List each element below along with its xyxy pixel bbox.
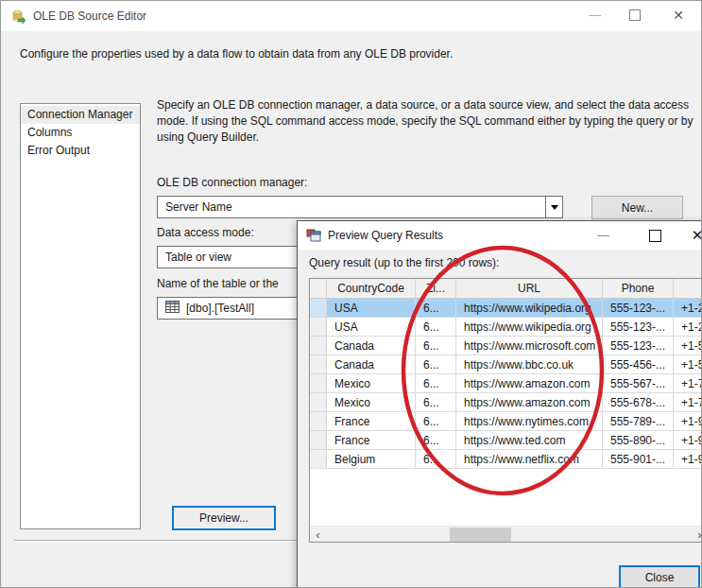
table-row[interactable]: Canada6...https://www.microsoft.com555-1… [310, 337, 702, 355]
table-cell[interactable]: 6... [416, 374, 456, 392]
sidebar-item-columns[interactable]: Columns [21, 124, 140, 142]
table-cell[interactable]: Canada [327, 355, 416, 373]
table-cell[interactable]: +1-90 [674, 450, 702, 468]
table-cell[interactable]: 6... [416, 299, 456, 317]
new-connection-button[interactable]: New... [591, 196, 683, 219]
row-header-cell[interactable] [310, 299, 327, 317]
table-cell[interactable]: https://www.microsoft.com [456, 337, 603, 355]
close-icon[interactable]: ✕ [683, 221, 702, 250]
row-header-cell[interactable] [310, 431, 327, 449]
table-cell[interactable]: https://www.amazon.com [456, 393, 603, 411]
column-header[interactable]: Zi... [416, 279, 456, 298]
close-icon[interactable]: ✕ [664, 1, 693, 29]
dialog-description: Configure the properties used by a data … [20, 47, 686, 61]
table-cell[interactable]: +1-23 [674, 318, 702, 336]
table-cell[interactable]: +1-78 [674, 374, 702, 392]
table-row[interactable]: Mexico6...https://www.amazon.com555-678-… [310, 393, 702, 412]
horizontal-scrollbar[interactable]: ‹ › [310, 526, 702, 542]
table-cell[interactable]: +1-23 [674, 299, 702, 317]
sidebar-item-connection-manager[interactable]: Connection Manager [21, 106, 140, 124]
table-cell[interactable]: 6... [416, 450, 456, 468]
minimize-icon[interactable] [580, 1, 608, 29]
maximize-icon[interactable] [641, 221, 669, 250]
table-cell[interactable]: 555-890-... [603, 431, 674, 449]
main-dialog-title: OLE DB Source Editor [33, 9, 146, 23]
connection-manager-label: OLE DB connection manager: [157, 176, 307, 189]
table-cell[interactable]: USA [327, 318, 416, 336]
table-cell[interactable]: Mexico [327, 393, 416, 411]
row-header-cell[interactable] [310, 450, 327, 468]
row-header-cell[interactable] [310, 374, 327, 392]
scroll-right-icon[interactable]: › [692, 527, 702, 543]
table-row[interactable]: USA6...https://www.wikipedia.org555-123-… [310, 299, 702, 318]
table-name-label: Name of the table or the [157, 277, 279, 290]
table-cell[interactable]: 555-123-... [603, 337, 674, 355]
chevron-down-icon[interactable] [545, 197, 562, 217]
query-result-label: Query result (up to the first 200 rows): [309, 256, 499, 269]
close-button[interactable]: Close [619, 565, 700, 588]
sidebar-item-error-output[interactable]: Error Output [21, 142, 140, 160]
table-cell[interactable]: 555-456-... [603, 355, 674, 373]
table-cell[interactable]: https://www.ted.com [456, 431, 603, 449]
preview-titlebar: Preview Query Results ✕ [298, 221, 702, 250]
table-row[interactable]: France6...https://www.nytimes.com555-789… [310, 412, 702, 431]
table-cell[interactable]: Belgium [327, 450, 416, 468]
table-row[interactable]: France6...https://www.ted.com555-890-...… [310, 431, 702, 450]
table-cell[interactable]: France [327, 412, 416, 430]
scroll-left-icon[interactable]: ‹ [310, 527, 326, 543]
table-row[interactable]: Canada6...https://www.bbc.co.uk555-456-.… [310, 355, 702, 374]
column-header[interactable]: Phone [603, 279, 674, 298]
table-cell[interactable]: https://www.wikipedia.org [456, 318, 603, 336]
table-cell[interactable]: 555-901-... [603, 450, 674, 468]
table-cell[interactable]: 555-123-... [603, 299, 674, 317]
connection-manager-value: Server Name [158, 200, 545, 214]
table-name-value: [dbo].[TestAll] [186, 302, 254, 315]
table-cell[interactable]: +1-78 [674, 393, 702, 411]
form-window-icon [306, 228, 321, 243]
table-cell[interactable]: 6... [416, 412, 456, 430]
table-cell[interactable]: France [327, 431, 416, 449]
minimize-icon[interactable] [589, 221, 617, 250]
table-cell[interactable]: https://www.bbc.co.uk [456, 355, 603, 373]
table-cell[interactable]: +1-56 [674, 337, 702, 355]
table-cell[interactable]: 6... [416, 393, 456, 411]
table-cell[interactable]: +1-90 [674, 412, 702, 430]
panel-help-text: Specify an OLE DB connection manager, a … [157, 97, 702, 146]
table-cell[interactable]: 555-789-... [603, 412, 674, 430]
table-cell[interactable]: +1-90 [674, 431, 702, 449]
table-cell[interactable]: 555-567-... [603, 374, 674, 392]
row-header-cell[interactable] [310, 337, 327, 355]
row-header-cell[interactable] [310, 393, 327, 411]
row-header-cell[interactable] [310, 318, 327, 336]
scrollbar-thumb[interactable] [450, 527, 511, 542]
row-header-cell[interactable] [310, 412, 327, 430]
table-cell[interactable]: 6... [416, 355, 456, 373]
table-cell[interactable]: 6... [416, 337, 456, 355]
table-row[interactable]: USA6...https://www.wikipedia.org555-123-… [310, 318, 702, 337]
table-cell[interactable]: 555-678-... [603, 393, 674, 411]
preview-button[interactable]: Preview... [172, 506, 276, 530]
table-cell[interactable]: USA [327, 299, 416, 317]
database-icon [10, 9, 26, 24]
row-header-cell[interactable] [310, 355, 327, 373]
table-cell[interactable]: https://www.nytimes.com [456, 412, 603, 430]
column-header[interactable]: CountryCode [327, 279, 416, 298]
maximize-icon[interactable] [621, 1, 649, 29]
table-cell[interactable]: Mexico [327, 374, 416, 392]
table-grid-icon [165, 301, 180, 316]
results-grid: CountryCodeZi...URLPhoneUSP USA6...https… [309, 278, 702, 543]
table-row[interactable]: Belgium6...https://www.netflix.com555-90… [310, 450, 702, 469]
table-cell[interactable]: Canada [327, 337, 416, 355]
table-cell[interactable]: 6... [416, 318, 456, 336]
column-header[interactable]: USP [674, 279, 702, 298]
table-cell[interactable]: 555-123-... [603, 318, 674, 336]
column-header[interactable]: URL [456, 279, 603, 298]
table-cell[interactable]: https://www.amazon.com [456, 374, 603, 392]
table-cell[interactable]: +1-56 [674, 355, 702, 373]
table-cell[interactable]: https://www.wikipedia.org [456, 299, 603, 317]
connection-manager-combobox[interactable]: Server Name [157, 196, 563, 218]
pages-listbox: Connection Manager Columns Error Output [20, 103, 141, 529]
table-cell[interactable]: https://www.netflix.com [456, 450, 603, 468]
table-row[interactable]: Mexico6...https://www.amazon.com555-567-… [310, 374, 702, 393]
table-cell[interactable]: 6... [416, 431, 456, 449]
